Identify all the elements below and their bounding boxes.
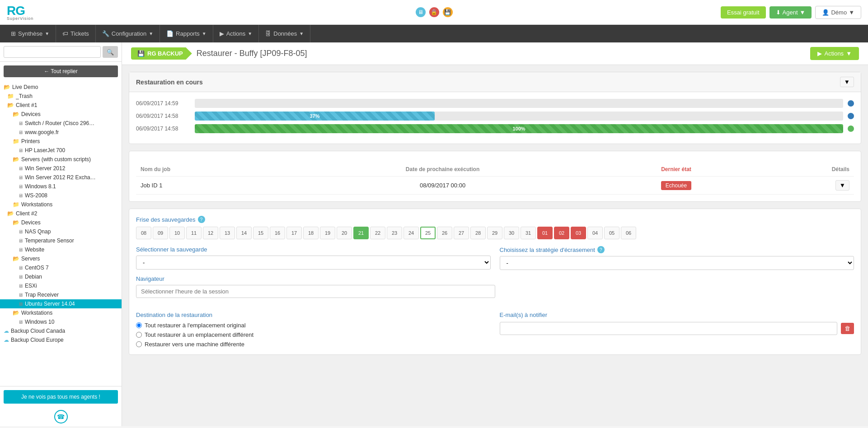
radio-option[interactable]: Tout restaurer à un emplacement différen… — [136, 331, 491, 338]
radio-input[interactable] — [136, 341, 142, 347]
frise-day[interactable]: 29 — [487, 227, 502, 239]
tree-item[interactable]: 🖥NAS Qnap — [0, 227, 122, 236]
radio-input[interactable] — [136, 322, 142, 328]
monitor-icon[interactable]: 🖥 — [416, 7, 426, 17]
support-icon[interactable]: ☎ — [54, 410, 68, 423]
tree-item[interactable]: 📂Workstations — [0, 308, 122, 317]
frise-day[interactable]: 21 — [353, 227, 369, 239]
tree-item[interactable]: 📁Printers — [0, 137, 122, 146]
reply-all-button[interactable]: ← Tout replier — [4, 65, 118, 77]
frise-day[interactable]: 14 — [236, 227, 252, 239]
frise-day[interactable]: 17 — [286, 227, 302, 239]
tree-item[interactable]: 🖥Debian — [0, 272, 122, 281]
frise-day[interactable]: 26 — [437, 227, 452, 239]
tree-item[interactable]: 📂Servers — [0, 254, 122, 263]
tree-item[interactable]: 🖥www.google.fr — [0, 128, 122, 137]
tree-item[interactable]: 🖥Switch / Router (Cisco 296… — [0, 119, 122, 128]
tree-item[interactable]: 🖥Windows 8.1 — [0, 182, 122, 191]
tree-item[interactable]: 📁Workstations — [0, 200, 122, 209]
tree-item[interactable]: 📂Devices — [0, 218, 122, 227]
frise-day[interactable]: 01 — [537, 227, 553, 239]
nav-rapports[interactable]: 📄 Rapports ▼ — [160, 25, 213, 42]
frise-day[interactable]: 20 — [337, 227, 352, 239]
frise-help-icon[interactable]: ? — [198, 216, 205, 223]
frise-day[interactable]: 19 — [320, 227, 335, 239]
tree-item[interactable]: ☁Backup Cloud Europe — [0, 335, 122, 344]
tree-item[interactable]: 🖥Windows 10 — [0, 317, 122, 326]
progress-bar-wrap — [195, 99, 843, 108]
frise-day[interactable]: 08 — [136, 227, 151, 239]
details-chevron-button[interactable]: ▼ — [835, 180, 849, 191]
server-icon: 🖥 — [18, 238, 23, 243]
select-save[interactable]: - — [136, 256, 491, 270]
tree-item[interactable]: 🖥Win Server 2012 R2 Excha… — [0, 173, 122, 182]
tree-item[interactable]: 🖥Trap Receiver — [0, 290, 122, 299]
frise-day[interactable]: 31 — [521, 227, 536, 239]
frise-day[interactable]: 24 — [404, 227, 419, 239]
frise-day[interactable]: 06 — [621, 227, 636, 239]
tree-item[interactable]: 📂Live Demo — [0, 83, 122, 92]
tree-item[interactable]: 🖥Ubuntu Server 14.04 — [0, 299, 122, 308]
frise-container: 0809101112131415161718192021222324252627… — [136, 227, 854, 239]
tree-item[interactable]: 🖥Win Server 2012 — [0, 164, 122, 173]
trial-button[interactable]: Essai gratuit — [721, 6, 766, 19]
agent-button[interactable]: ⬇ Agent ▼ — [769, 6, 812, 19]
frise-day[interactable]: 18 — [303, 227, 319, 239]
tree-item[interactable]: 📂Devices — [0, 110, 122, 119]
tree-item[interactable]: 📂Client #1 — [0, 101, 122, 110]
frise-day[interactable]: 11 — [186, 227, 202, 239]
tree-item-label: Debian — [25, 274, 42, 280]
demo-button[interactable]: 👤 Démo ▼ — [815, 6, 861, 19]
frise-day[interactable]: 03 — [571, 227, 586, 239]
frise-day[interactable]: 25 — [420, 227, 436, 239]
frise-day[interactable]: 22 — [370, 227, 385, 239]
radio-option[interactable]: Restaurer vers une machine différente — [136, 341, 491, 348]
radio-option[interactable]: Tout restaurer à l'emplacement original — [136, 322, 491, 329]
radio-label: Restaurer vers une machine différente — [145, 341, 244, 348]
email-delete-button[interactable]: 🗑 — [841, 323, 854, 334]
nav-synthese[interactable]: ⊞ Synthèse ▼ — [5, 25, 56, 42]
frise-day[interactable]: 16 — [270, 227, 285, 239]
status-badge: Echouée — [661, 181, 691, 190]
agents-button[interactable]: Je ne vois pas tous mes agents ! — [4, 390, 118, 404]
frise-day[interactable]: 28 — [470, 227, 486, 239]
frise-day[interactable]: 10 — [169, 227, 185, 239]
frise-day[interactable]: 23 — [387, 227, 402, 239]
search-input[interactable] — [4, 46, 101, 58]
radio-input[interactable] — [136, 332, 142, 338]
tree-item[interactable]: 🖥ESXi — [0, 281, 122, 290]
tree-item[interactable]: ☁Backup Cloud Canada — [0, 326, 122, 335]
top-nav: RG SuperVision 🖥 🔒 💾 Essai gratuit ⬇ Age… — [0, 0, 868, 25]
nav-actions[interactable]: ▶ Actions ▼ — [213, 25, 259, 42]
search-button[interactable]: 🔍 — [103, 46, 118, 58]
tree-item[interactable]: 🖥WS-2008 — [0, 191, 122, 200]
nav-donnees[interactable]: 🗄 Données ▼ — [259, 25, 310, 42]
tree-item[interactable]: 🖥Website — [0, 245, 122, 254]
frise-day[interactable]: 04 — [587, 227, 603, 239]
frise-day[interactable]: 12 — [203, 227, 218, 239]
strategy-help-icon[interactable]: ? — [597, 246, 605, 253]
tree-item[interactable]: 📂Servers (with custom scripts) — [0, 155, 122, 164]
frise-day[interactable]: 15 — [253, 227, 268, 239]
page-actions-button[interactable]: ▶ Actions ▼ — [810, 47, 859, 60]
tree-item[interactable]: 📂Client #2 — [0, 209, 122, 218]
tree-item[interactable]: 🖥HP LaserJet 700 — [0, 146, 122, 155]
nav-configuration[interactable]: 🔧 Configuration ▼ — [96, 25, 160, 42]
frise-day[interactable]: 05 — [604, 227, 619, 239]
frise-day[interactable]: 02 — [554, 227, 569, 239]
frise-day[interactable]: 09 — [153, 227, 168, 239]
lock-icon[interactable]: 🔒 — [429, 7, 439, 17]
tree-item[interactable]: 🖥Temperature Sensor — [0, 236, 122, 245]
nav-input[interactable] — [136, 285, 495, 298]
select-strategy-label: Choisissez la stratégie d'écrasement ? — [500, 246, 854, 253]
email-input[interactable] — [500, 322, 838, 335]
tree-item[interactable]: 🖥CentOS 7 — [0, 263, 122, 272]
tree-item[interactable]: 📁_Trash — [0, 92, 122, 101]
select-strategy[interactable]: - — [500, 256, 854, 270]
frise-day[interactable]: 27 — [454, 227, 469, 239]
nav-tickets[interactable]: 🏷 Tickets — [56, 25, 96, 42]
frise-day[interactable]: 30 — [504, 227, 519, 239]
restoration-collapse-button[interactable]: ▼ — [840, 77, 854, 87]
db-icon[interactable]: 💾 — [443, 7, 453, 17]
frise-day[interactable]: 13 — [220, 227, 235, 239]
